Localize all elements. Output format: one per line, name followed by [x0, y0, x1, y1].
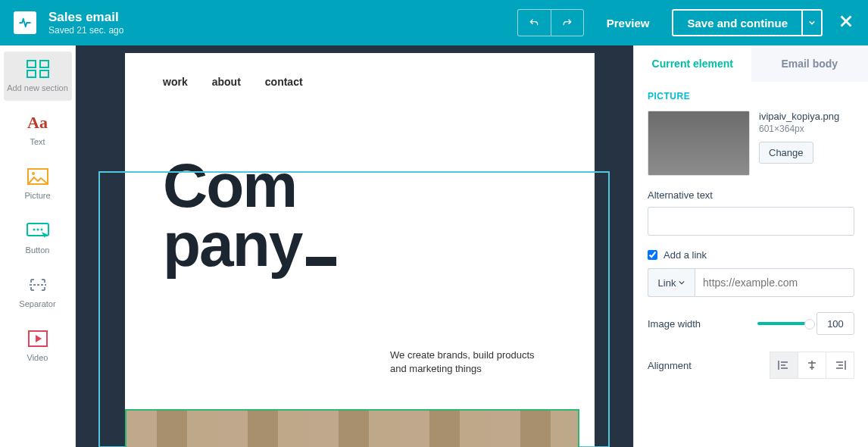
tool-label: Add new section [7, 83, 68, 93]
close-button[interactable] [838, 13, 854, 33]
undo-icon [528, 17, 540, 29]
tool-picture[interactable]: Picture [4, 159, 72, 208]
heading-line2: pany [163, 210, 301, 279]
hero-nav: work about contact [125, 53, 595, 88]
undo-redo-group [517, 9, 584, 36]
nav-work[interactable]: work [163, 76, 188, 88]
svg-rect-1 [40, 61, 48, 67]
alignment-label: Alignment [648, 360, 692, 371]
text-icon: Aa [25, 113, 51, 133]
tool-label: Button [26, 245, 50, 255]
chevron-down-icon [809, 20, 815, 26]
image-width-slider[interactable] [757, 322, 810, 325]
tool-text[interactable]: Aa Text [4, 105, 72, 155]
align-center-button[interactable] [798, 352, 826, 379]
image-width-value[interactable]: 100 [816, 312, 854, 335]
app-header: Sales email Saved 21 sec. ago Preview Sa… [0, 0, 868, 45]
close-icon [838, 13, 854, 30]
image-filename: ivipaiv_kopiya.png [759, 111, 854, 122]
image-dimensions: 601×364px [759, 123, 854, 134]
hero-heading[interactable]: Com pany [125, 88, 595, 274]
document-title[interactable]: Sales email [48, 10, 123, 25]
change-image-button[interactable]: Change [759, 142, 813, 164]
image-block-selected[interactable] [125, 409, 579, 447]
svg-rect-0 [27, 61, 36, 67]
preview-button[interactable]: Preview [593, 9, 663, 36]
picture-icon [25, 167, 51, 186]
tool-label: Picture [24, 191, 50, 201]
link-type-label: Link [658, 277, 676, 289]
svg-rect-3 [40, 70, 48, 77]
align-left-button[interactable] [770, 352, 798, 379]
properties-panel: Current element Email body PICTURE ivipa… [633, 45, 868, 447]
redo-button[interactable] [551, 9, 584, 36]
svg-point-5 [32, 172, 35, 175]
nav-contact[interactable]: contact [265, 76, 303, 88]
video-icon [25, 329, 51, 349]
button-icon [25, 221, 51, 241]
add-link-label: Add a link [663, 249, 707, 261]
image-thumbnail[interactable] [648, 111, 750, 176]
tab-current-element[interactable]: Current element [634, 45, 751, 82]
save-dropdown-button[interactable] [801, 9, 823, 36]
save-button[interactable]: Save and continue [672, 9, 801, 36]
email-page[interactable]: work about contact Com pany We create br… [125, 53, 595, 447]
document-title-block: Sales email Saved 21 sec. ago [48, 10, 123, 36]
redo-icon [561, 17, 573, 29]
tool-label: Video [27, 353, 48, 363]
tab-email-body[interactable]: Email body [751, 45, 869, 82]
svg-point-9 [40, 228, 42, 230]
align-left-icon [778, 360, 790, 370]
app-logo [14, 11, 36, 34]
alt-text-input[interactable] [648, 207, 854, 236]
tool-separator[interactable]: Separator [4, 267, 72, 317]
link-type-select[interactable]: Link [648, 268, 695, 297]
grid-icon [25, 59, 51, 79]
image-width-label: Image width [648, 318, 701, 330]
svg-rect-2 [27, 70, 36, 77]
align-right-button[interactable] [826, 352, 854, 379]
tool-button[interactable]: Button [4, 214, 72, 263]
save-button-group: Save and continue [672, 9, 823, 36]
panel-tabs: Current element Email body [634, 45, 868, 82]
align-right-icon [834, 360, 846, 370]
add-link-checkbox[interactable] [648, 250, 657, 260]
svg-point-7 [33, 228, 35, 230]
link-url-input[interactable] [695, 268, 854, 297]
tool-label: Text [30, 137, 45, 147]
tool-rail: Add new section Aa Text Picture Button S… [0, 45, 76, 447]
alignment-group [770, 352, 854, 379]
add-link-row[interactable]: Add a link [648, 249, 854, 261]
pulse-icon [18, 16, 32, 30]
section-title: PICTURE [648, 91, 854, 102]
editor-canvas[interactable]: work about contact Com pany We create br… [76, 45, 633, 447]
tool-label: Separator [19, 299, 55, 309]
tool-add-section[interactable]: Add new section [4, 52, 72, 101]
hero-tagline[interactable]: We create brands, build products and mar… [390, 349, 542, 376]
heading-cursor [306, 257, 336, 266]
svg-point-8 [36, 228, 39, 230]
align-center-icon [806, 360, 818, 370]
alt-text-label: Alternative text [648, 189, 854, 201]
save-status: Saved 21 sec. ago [48, 25, 123, 36]
chevron-down-icon [679, 280, 685, 286]
separator-icon [25, 275, 51, 295]
nav-about[interactable]: about [212, 76, 241, 88]
undo-button[interactable] [517, 9, 551, 36]
tool-video[interactable]: Video [4, 321, 72, 370]
